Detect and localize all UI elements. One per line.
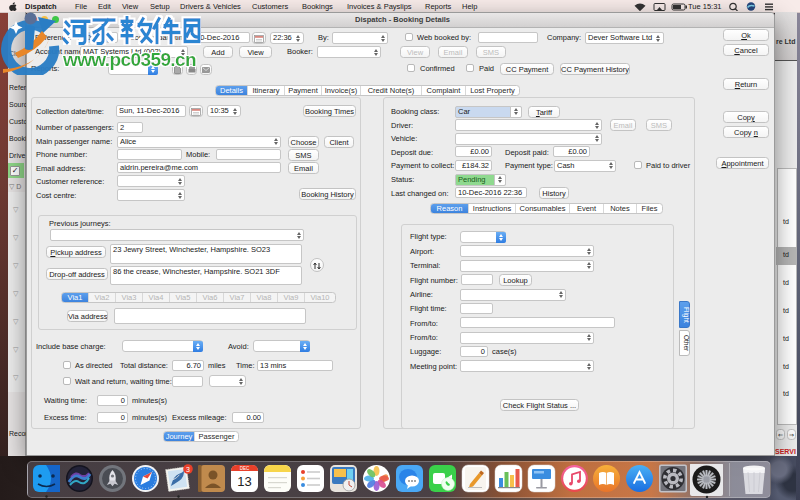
- svg-text:DEC: DEC: [240, 466, 250, 471]
- svg-text:13: 13: [237, 474, 251, 489]
- svg-text:www.pc0359.cn: www.pc0359.cn: [62, 50, 196, 70]
- svg-text:3: 3: [186, 466, 190, 473]
